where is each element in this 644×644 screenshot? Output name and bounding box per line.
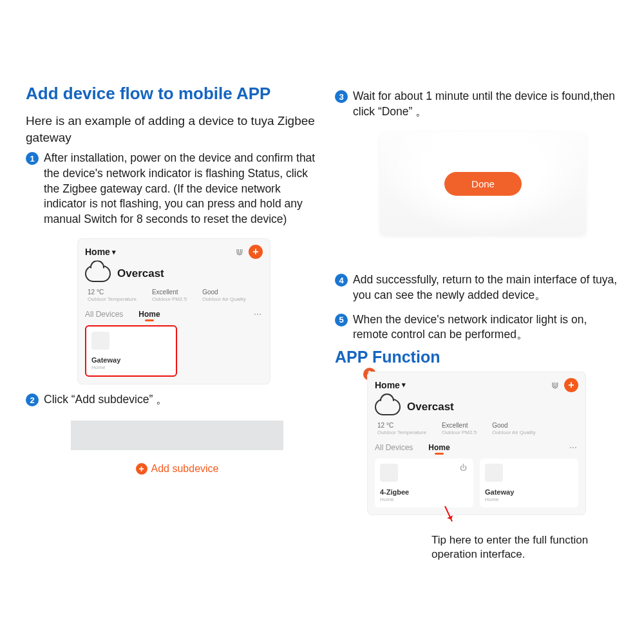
stat-pm: Excellent bbox=[152, 289, 187, 296]
step-bullet-4: 4 bbox=[335, 274, 348, 287]
gateway-name-2: Gateway bbox=[485, 488, 573, 496]
step-5: 5 When the device's network indicator li… bbox=[335, 312, 625, 343]
tab-home-2[interactable]: Home bbox=[428, 443, 450, 452]
stat-air-2: Good bbox=[492, 422, 536, 429]
step-5-text: When the device's network indicator ligh… bbox=[353, 312, 625, 343]
step-3-text: Wait for about 1 minute until the device… bbox=[353, 89, 625, 119]
stat-air-sub-2: Outdoor Air Quality bbox=[492, 430, 536, 435]
zigbee-icon bbox=[380, 464, 398, 482]
page-title: Add device flow to mobile APP bbox=[26, 84, 316, 104]
weather-stats-2: 12 °COutdoor Temperature ExcellentOutdoo… bbox=[375, 422, 578, 435]
add-subdevice-button[interactable]: + Add subdevice bbox=[71, 463, 283, 475]
add-button[interactable]: + bbox=[249, 245, 263, 259]
section-app-function: APP Function bbox=[335, 348, 625, 366]
gateway-card[interactable]: Gateway Home bbox=[85, 325, 177, 377]
zigbee-room: Home bbox=[380, 497, 468, 502]
step-3: 3 Wait for about 1 minute until the devi… bbox=[335, 89, 625, 119]
intro-text: Here is an example of adding a device to… bbox=[26, 113, 316, 146]
add-button-2[interactable]: + bbox=[564, 378, 578, 392]
zigbee-card[interactable]: ⏻ 4-Zigbee Home bbox=[375, 459, 473, 507]
weather-label: Overcast bbox=[117, 267, 164, 280]
done-button[interactable]: Done bbox=[444, 172, 522, 196]
plus-icon: + bbox=[136, 463, 147, 475]
gateway-card-2[interactable]: Gateway Home bbox=[480, 459, 578, 507]
step-4: 4 Add successfully, return to the main i… bbox=[335, 272, 625, 303]
add-subdevice-label: Add subdevice bbox=[151, 463, 219, 475]
tip-text: Tip here to enter the full function oper… bbox=[431, 533, 625, 562]
gateway-icon-2 bbox=[485, 464, 503, 482]
home-label: Home bbox=[85, 247, 110, 257]
stat-pm-2: Excellent bbox=[442, 422, 477, 429]
step-bullet-3: 3 bbox=[335, 90, 348, 103]
home-label-2: Home bbox=[375, 380, 400, 390]
step-bullet-1: 1 bbox=[26, 152, 39, 165]
stat-temp-2: 12 °C bbox=[377, 422, 426, 429]
home-dropdown-2[interactable]: Home ▾ bbox=[375, 380, 406, 390]
stat-pm-sub-2: Outdoor PM2.5 bbox=[442, 430, 477, 435]
stat-temp: 12 °C bbox=[88, 289, 137, 296]
add-subdevice-screenshot: + Add subdevice bbox=[71, 421, 283, 475]
more-icon-2[interactable]: ⋯ bbox=[569, 443, 578, 452]
more-icon[interactable]: ⋯ bbox=[254, 310, 263, 319]
tab-all-devices-2[interactable]: All Devices bbox=[375, 443, 413, 452]
cloud-icon-2 bbox=[375, 399, 401, 415]
chevron-down-icon: ▾ bbox=[112, 248, 116, 256]
gateway-name: Gateway bbox=[91, 356, 171, 364]
gateway-room: Home bbox=[91, 365, 171, 370]
zigbee-name: 4-Zigbee bbox=[380, 488, 468, 496]
power-icon[interactable]: ⏻ bbox=[460, 464, 467, 471]
stat-pm-sub: Outdoor PM2.5 bbox=[152, 296, 187, 302]
home-dropdown[interactable]: Home ▾ bbox=[85, 247, 116, 257]
tab-all-devices[interactable]: All Devices bbox=[85, 310, 123, 319]
step-1: 1 After installation, power on the devic… bbox=[26, 151, 316, 227]
step-1-text: After installation, power on the device … bbox=[44, 151, 316, 227]
stat-temp-sub-2: Outdoor Temperature bbox=[377, 430, 426, 435]
step-bullet-5: 5 bbox=[335, 314, 348, 327]
step-2: 2 Click “Add subdevice” 。 bbox=[26, 392, 316, 408]
chevron-down-icon-2: ▾ bbox=[402, 381, 406, 389]
tab-home[interactable]: Home bbox=[138, 310, 160, 319]
weather-label-2: Overcast bbox=[407, 401, 454, 413]
cloud-icon bbox=[85, 265, 111, 282]
step-2-text: Click “Add subdevice” 。 bbox=[44, 392, 167, 408]
gateway-icon bbox=[91, 332, 109, 350]
mic-icon-2[interactable]: ⋓ bbox=[551, 380, 559, 390]
stat-temp-sub: Outdoor Temperature bbox=[88, 296, 137, 302]
app-screenshot-1: Home ▾ ⋓ + Overcast 12 °COutdoor Tempera… bbox=[77, 238, 270, 384]
weather-stats: 12 °COutdoor Temperature ExcellentOutdoo… bbox=[85, 289, 263, 302]
done-screenshot: Done bbox=[380, 132, 586, 235]
stat-air-sub: Outdoor Air Quality bbox=[202, 296, 246, 302]
gateway-room-2: Home bbox=[485, 497, 573, 502]
device-placeholder-bar bbox=[71, 421, 283, 450]
step-4-text: Add successfully, return to the main int… bbox=[353, 272, 625, 303]
stat-air: Good bbox=[202, 289, 246, 296]
step-bullet-2: 2 bbox=[26, 393, 39, 406]
mic-icon[interactable]: ⋓ bbox=[236, 247, 243, 257]
app-screenshot-2: Home ▾ ⋓ + Overcast 12 °COutdoor Tempera… bbox=[367, 372, 586, 515]
